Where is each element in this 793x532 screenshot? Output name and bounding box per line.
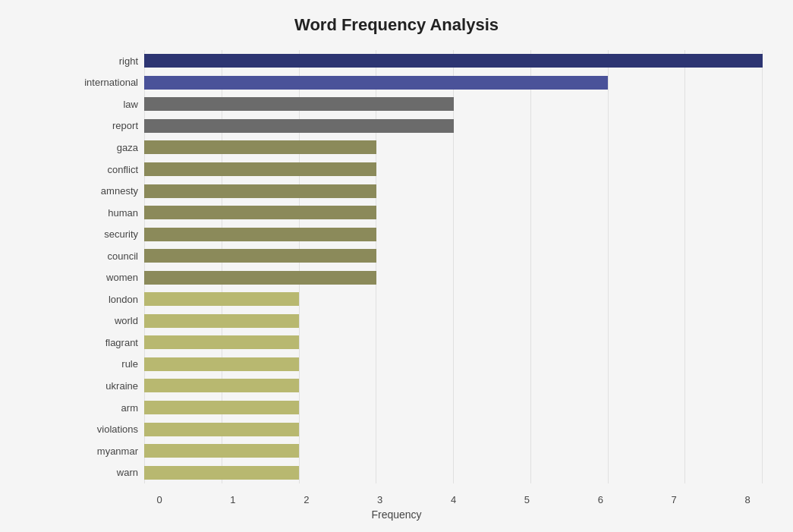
- y-label: conflict: [76, 165, 138, 175]
- chart-area: rightinternationallawreportgazaconflicta…: [76, 50, 763, 483]
- bar-row: [144, 334, 763, 351]
- y-label: violations: [76, 424, 138, 434]
- x-axis: 012345678 Frequency: [76, 490, 763, 521]
- y-label: international: [76, 77, 138, 87]
- bar-row: [144, 74, 763, 91]
- bar-row: [144, 118, 763, 134]
- y-axis-labels: rightinternationallawreportgazaconflicta…: [76, 50, 144, 483]
- bar-row: [144, 442, 763, 459]
- bar: [144, 379, 299, 392]
- y-label: council: [76, 251, 138, 261]
- y-label: security: [76, 229, 138, 239]
- bar: [144, 140, 376, 154]
- bar-row: [144, 183, 763, 200]
- bar: [144, 423, 299, 436]
- bar: [144, 54, 763, 68]
- x-axis-tick-label: 5: [511, 494, 542, 505]
- bar: [144, 76, 608, 90]
- x-axis-tick-label: 3: [365, 494, 395, 505]
- bar-row: [144, 464, 763, 481]
- bar: [144, 292, 299, 306]
- y-label: gaza: [76, 143, 138, 153]
- bar: [144, 249, 376, 263]
- bar-row: [144, 291, 763, 307]
- chart-container: Word Frequency Analysis rightinternation…: [0, 0, 793, 532]
- bar-row: [144, 421, 763, 438]
- x-axis-tick-label: 6: [585, 494, 615, 505]
- y-label: arm: [76, 403, 138, 413]
- y-label: london: [76, 294, 138, 304]
- y-label: report: [76, 121, 138, 131]
- y-label: women: [76, 272, 138, 282]
- y-label: amnesty: [76, 186, 138, 196]
- y-label: right: [76, 56, 138, 66]
- x-axis-tick-label: 4: [439, 494, 469, 505]
- y-label: rule: [76, 359, 138, 369]
- bar: [144, 206, 376, 219]
- bar-row: [144, 161, 763, 178]
- bar-row: [144, 226, 763, 243]
- bar: [144, 97, 454, 111]
- bar: [144, 314, 299, 328]
- bar: [144, 271, 376, 285]
- bar: [144, 184, 376, 198]
- bar-row: [144, 204, 763, 221]
- x-axis-tick-label: 1: [218, 494, 248, 505]
- x-axis-title: Frequency: [30, 508, 763, 521]
- bar: [144, 162, 376, 176]
- bars-grid: [144, 50, 763, 483]
- x-axis-tick-label: 8: [732, 494, 763, 505]
- bars-wrapper: [144, 50, 763, 483]
- y-label: warn: [76, 467, 138, 477]
- bar-row: [144, 356, 763, 373]
- bar-row: [144, 313, 763, 329]
- bar-row: [144, 96, 763, 112]
- y-label: ukraine: [76, 381, 138, 391]
- chart-title: Word Frequency Analysis: [30, 15, 763, 35]
- bar-row: [144, 377, 763, 394]
- bar: [144, 466, 299, 480]
- y-label: human: [76, 208, 138, 218]
- y-label: law: [76, 99, 138, 109]
- bar-row: [144, 269, 763, 286]
- y-label: flagrant: [76, 338, 138, 348]
- bar-row: [144, 52, 763, 69]
- bar-row: [144, 399, 763, 416]
- y-label: myanmar: [76, 446, 138, 456]
- x-axis-tick-label: 7: [659, 494, 689, 505]
- x-axis-tick-label: 0: [144, 494, 175, 505]
- bar: [144, 228, 376, 241]
- bar: [144, 335, 299, 349]
- x-axis-tick-label: 2: [291, 494, 322, 505]
- bar: [144, 119, 454, 133]
- x-axis-labels: 012345678: [144, 494, 763, 505]
- y-label: world: [76, 316, 138, 326]
- bar: [144, 357, 299, 371]
- bar: [144, 444, 299, 458]
- bar-row: [144, 139, 763, 156]
- bar-row: [144, 247, 763, 264]
- bar: [144, 401, 299, 414]
